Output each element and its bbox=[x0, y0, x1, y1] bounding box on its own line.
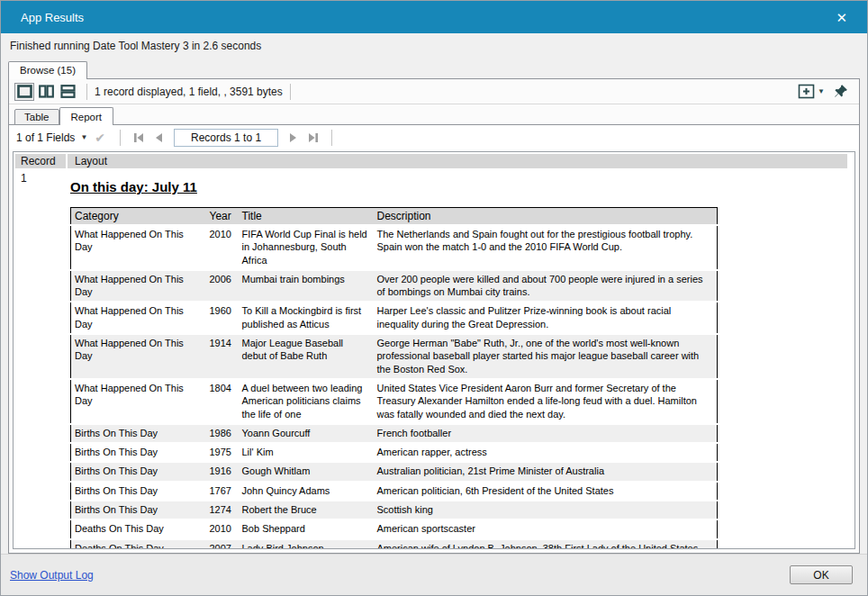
report-row: Deaths On This Day2007Lady Bird JohnsonA… bbox=[71, 539, 718, 548]
report-cell-category: Births On This Day bbox=[71, 462, 206, 481]
report-cell-category: Deaths On This Day bbox=[71, 539, 206, 548]
report-cell-title: Gough Whitlam bbox=[239, 462, 374, 481]
report-cell-category: What Happened On This Day bbox=[71, 379, 206, 424]
vertical-split-layout-button[interactable] bbox=[36, 83, 56, 101]
pin-button[interactable] bbox=[834, 84, 848, 99]
record-column-header: Record bbox=[15, 154, 66, 168]
report-row: Deaths On This Day2010Bob SheppardAmeric… bbox=[71, 519, 718, 538]
report-cell-year: 1274 bbox=[206, 501, 239, 519]
tab-report[interactable]: Report bbox=[59, 107, 114, 125]
fields-dropdown-label: 1 of 1 Fields bbox=[16, 131, 75, 144]
window-title: App Results bbox=[21, 11, 828, 24]
report-cell-year: 1804 bbox=[206, 379, 239, 424]
report-cell-year: 1916 bbox=[206, 462, 239, 481]
report-row: What Happened On This Day1960To Kill a M… bbox=[71, 302, 718, 334]
next-record-button[interactable] bbox=[284, 132, 303, 143]
report-cell-year: 2006 bbox=[206, 270, 239, 303]
previous-record-icon bbox=[154, 132, 164, 143]
close-icon[interactable]: ✕ bbox=[828, 9, 854, 26]
horizontal-split-layout-button[interactable] bbox=[58, 83, 77, 101]
column-header-category: Category bbox=[71, 208, 206, 226]
record-navbar: 1 of 1 Fields ▼ ✔ Records 1 to 1 bbox=[9, 124, 859, 149]
report-content-area: Record Layout 1 On this day: July 11 Cat… bbox=[13, 151, 855, 549]
navbar-separator bbox=[331, 130, 332, 146]
apply-check-icon[interactable]: ✔ bbox=[95, 131, 105, 145]
view-tabstrip: Table Report bbox=[9, 104, 859, 124]
report-title: On this day: July 11 bbox=[70, 179, 854, 194]
report-cell-title: Robert the Bruce bbox=[239, 501, 374, 519]
show-output-log-link[interactable]: Show Output Log bbox=[10, 569, 94, 582]
report-cell-description: United States Vice President Aaron Burr … bbox=[374, 379, 718, 424]
titlebar: App Results ✕ bbox=[1, 1, 867, 33]
report-row: What Happened On This Day1914Major Leagu… bbox=[71, 334, 718, 379]
column-header-year: Year bbox=[206, 208, 239, 226]
next-record-icon bbox=[288, 132, 298, 143]
records-range-box[interactable]: Records 1 to 1 bbox=[174, 129, 278, 147]
report-cell-description: Australian politician, 21st Prime Minist… bbox=[374, 462, 718, 481]
report-cell-title: Bob Sheppard bbox=[239, 519, 374, 538]
tab-browse[interactable]: Browse (15) bbox=[8, 61, 87, 79]
report-table-body: What Happened On This Day2010FIFA World … bbox=[71, 225, 718, 548]
report-cell-title: Major League Baseball debut of Babe Ruth bbox=[239, 334, 374, 379]
report-row: What Happened On This Day1804A duel betw… bbox=[71, 379, 718, 424]
new-window-plus-icon bbox=[798, 84, 815, 99]
report-cell-title: FIFA World Cup Final is held in Johannes… bbox=[239, 225, 374, 270]
pin-icon bbox=[834, 84, 848, 99]
browse-panel: 1 record displayed, 1 field, , 3591 byte… bbox=[8, 78, 860, 554]
report-cell-description: American rapper, actress bbox=[374, 443, 718, 462]
report-row: Births On This Day1975Lil' KimAmerican r… bbox=[71, 443, 718, 462]
first-record-button[interactable] bbox=[128, 132, 149, 143]
report-cell-category: What Happened On This Day bbox=[71, 334, 206, 379]
toolbar-separator bbox=[86, 84, 87, 100]
report-cell-title: Mumbai train bombings bbox=[239, 270, 374, 303]
open-new-window-button[interactable]: ▼ bbox=[798, 84, 825, 99]
app-results-dialog: App Results ✕ Finished running Date Tool… bbox=[0, 0, 868, 596]
report-cell-year: 2010 bbox=[206, 519, 239, 538]
report-table-header-row: Category Year Title Description bbox=[71, 208, 718, 226]
report-row: Births On This Day1916Gough WhitlamAustr… bbox=[71, 462, 718, 481]
report-cell-description: French footballer bbox=[374, 424, 718, 443]
report-cell-description: Harper Lee's classic and Pulitzer Prize-… bbox=[374, 302, 718, 334]
report-row: What Happened On This Day2006Mumbai trai… bbox=[71, 270, 718, 303]
horizontal-split-icon bbox=[60, 85, 76, 98]
report-cell-description: American wife of Lyndon B. Johnson, 38th… bbox=[374, 539, 718, 548]
column-header-title: Title bbox=[239, 208, 374, 226]
fields-dropdown[interactable]: 1 of 1 Fields ▼ bbox=[16, 131, 87, 144]
tab-table[interactable]: Table bbox=[14, 109, 59, 125]
last-record-button[interactable] bbox=[303, 132, 324, 143]
record-number[interactable]: 1 bbox=[14, 168, 66, 548]
chevron-down-icon[interactable]: ▼ bbox=[818, 87, 825, 95]
report-cell-description: Scottish king bbox=[374, 501, 718, 519]
last-record-icon bbox=[307, 132, 320, 143]
single-pane-layout-button[interactable] bbox=[14, 83, 34, 101]
report-cell-description: Over 200 people were killed and about 70… bbox=[374, 270, 718, 303]
report-table: Category Year Title Description What Hap… bbox=[70, 207, 718, 548]
navbar-separator bbox=[120, 130, 121, 146]
report-cell-year: 2007 bbox=[206, 539, 239, 548]
dialog-footer: Show Output Log OK bbox=[1, 554, 867, 595]
column-header-description: Description bbox=[374, 208, 718, 226]
report-row: Births On This Day1767John Quincy AdamsA… bbox=[71, 482, 718, 501]
previous-record-button[interactable] bbox=[149, 132, 168, 143]
report-cell-year: 1767 bbox=[206, 482, 239, 501]
report-cell-year: 1914 bbox=[206, 334, 239, 379]
report-cell-title: John Quincy Adams bbox=[239, 482, 374, 501]
ok-button[interactable]: OK bbox=[790, 565, 853, 584]
report-row: Births On This Day1986Yoann GourcuffFren… bbox=[71, 424, 718, 443]
report-cell-category: Births On This Day bbox=[71, 482, 206, 501]
report-row: Births On This Day1274Robert the BruceSc… bbox=[71, 501, 718, 519]
report-cell-description: American politician, 6th President of th… bbox=[374, 482, 718, 501]
run-status-text: Finished running Date Tool Mastery 3 in … bbox=[1, 33, 867, 59]
chevron-down-icon: ▼ bbox=[80, 133, 87, 141]
browse-toolbar: 1 record displayed, 1 field, , 3591 byte… bbox=[9, 79, 859, 104]
report-cell-year: 1960 bbox=[206, 302, 239, 334]
report-cell-description: The Netherlands and Spain fought out for… bbox=[374, 225, 718, 270]
report-cell-category: Births On This Day bbox=[71, 443, 206, 462]
single-pane-icon bbox=[17, 85, 32, 98]
report-cell-year: 2010 bbox=[206, 225, 239, 270]
report-cell-category: Births On This Day bbox=[71, 501, 206, 519]
first-record-icon bbox=[132, 132, 145, 143]
report-cell-category: Births On This Day bbox=[71, 424, 206, 443]
report-cell-category: What Happened On This Day bbox=[71, 302, 206, 334]
layout-cell: On this day: July 11 Category Year Title… bbox=[66, 168, 854, 548]
